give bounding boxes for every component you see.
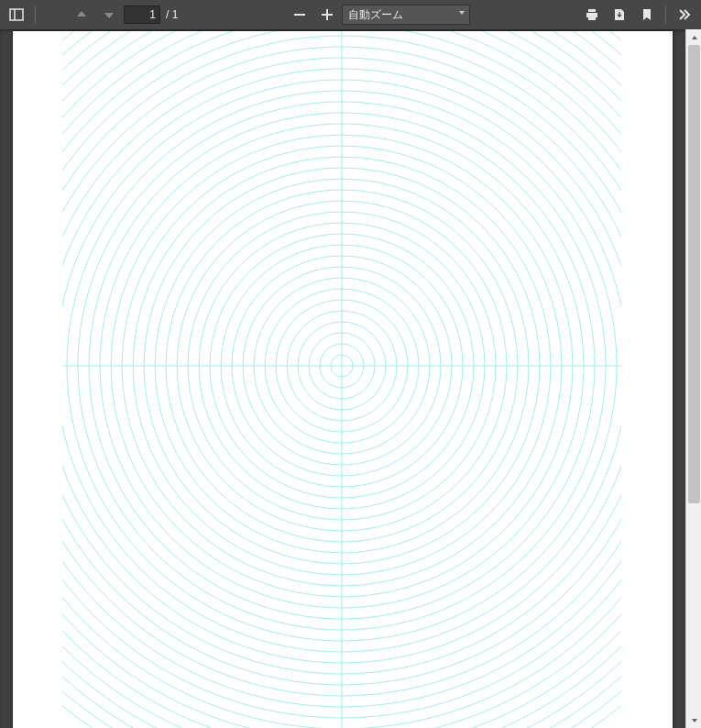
content-area[interactable] xyxy=(0,29,685,728)
next-page-button[interactable] xyxy=(96,3,122,27)
svg-rect-5 xyxy=(326,9,328,20)
scroll-down-button[interactable] xyxy=(686,712,701,728)
caret-down-icon xyxy=(691,717,698,724)
toolbar: / 1 自動ズーム xyxy=(0,0,701,29)
print-button[interactable] xyxy=(579,3,605,27)
minus-icon xyxy=(292,7,307,22)
polar-grid-graphic xyxy=(62,31,621,728)
zoom-out-button[interactable] xyxy=(287,3,312,27)
zoom-in-button[interactable] xyxy=(314,3,340,27)
zoom-select[interactable]: 自動ズーム xyxy=(342,5,470,25)
chevrons-right-icon xyxy=(677,7,692,22)
caret-up-icon xyxy=(691,34,698,41)
arrow-down-icon xyxy=(102,7,116,22)
pdf-page xyxy=(13,31,673,728)
separator xyxy=(665,6,666,23)
viewer xyxy=(0,29,701,728)
tools-menu-button[interactable] xyxy=(672,3,697,27)
print-icon xyxy=(585,7,599,22)
plus-icon xyxy=(320,7,334,22)
vertical-scrollbar[interactable] xyxy=(685,29,701,728)
sidebar-toggle-button[interactable] xyxy=(4,3,29,27)
arrow-up-icon xyxy=(74,7,89,22)
page-total-label: / 1 xyxy=(166,8,178,21)
prev-page-button[interactable] xyxy=(69,3,94,27)
svg-rect-3 xyxy=(294,14,305,16)
separator xyxy=(35,6,36,23)
page-content xyxy=(62,31,621,728)
bookmark-icon xyxy=(640,7,654,22)
scrollbar-thumb[interactable] xyxy=(688,45,700,503)
page-number-input[interactable] xyxy=(124,6,160,24)
download-icon xyxy=(612,7,627,22)
scroll-up-button[interactable] xyxy=(686,29,701,45)
download-button[interactable] xyxy=(607,3,632,27)
sidebar-icon xyxy=(9,7,24,22)
bookmark-button[interactable] xyxy=(634,3,660,27)
